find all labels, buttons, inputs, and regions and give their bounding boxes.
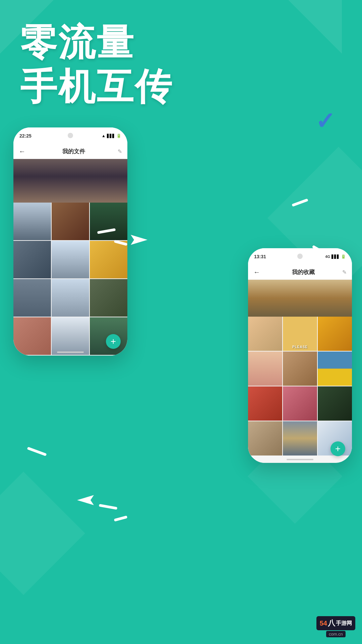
- photo-cell-2: [52, 203, 89, 240]
- arrow-left-icon: [67, 488, 97, 513]
- svg-marker-1: [77, 495, 94, 505]
- photo-right-5: [283, 352, 317, 386]
- photo-right-10: [248, 421, 282, 455]
- phone-left-screen: 22:25 ▲ ▋▋▋ 🔋 ← 我的文件 ✎: [13, 127, 127, 356]
- photo-cell-11: [52, 317, 89, 355]
- headline-line2: 手机互传: [20, 64, 173, 109]
- 4g-icon: 4G: [325, 255, 330, 259]
- photo-cell-3: [90, 203, 127, 240]
- dash-left-1: [99, 504, 118, 509]
- signal-icon-right: ▋▋▋: [331, 255, 340, 259]
- arrow-right-icon: [127, 228, 158, 253]
- phone-right-home-indicator: [287, 459, 313, 460]
- phone-right: 13:31 4G ▋▋▋ 🔋 ← 我的收藏 ✎ PLEASE: [248, 248, 352, 463]
- phone-right-plus-button[interactable]: +: [330, 441, 345, 456]
- phone-left-hero-photo: [13, 159, 127, 203]
- watermark-game: 手游网: [336, 620, 352, 627]
- svg-marker-0: [131, 235, 147, 245]
- watermark-domain: com.cn: [326, 631, 346, 637]
- wifi-icon: ▲: [102, 133, 106, 138]
- phone-right-statusbar: 13:31 4G ▋▋▋ 🔋: [248, 248, 352, 265]
- phone-right-photo-grid: PLEASE: [248, 317, 352, 455]
- phone-left-header: ← 我的文件 ✎: [13, 144, 127, 159]
- watermark-letter: 八: [328, 618, 335, 628]
- photo-right-6: [318, 352, 352, 386]
- phone-left-photo-grid: [13, 203, 127, 355]
- edit-icon-right: ✎: [342, 269, 347, 275]
- headline-container: 零流量 手机互传: [20, 20, 173, 109]
- phone-right-camera: [297, 254, 303, 259]
- phone-left-icons: ▲ ▋▋▋ 🔋: [102, 133, 121, 138]
- watermark-logo: 54 八 手游网: [316, 616, 355, 630]
- blue-check-icon: ✓: [315, 107, 335, 135]
- signal-icon: ▋▋▋: [107, 134, 115, 138]
- phone-left: 22:25 ▲ ▋▋▋ 🔋 ← 我的文件 ✎: [13, 127, 127, 356]
- photo-right-9: [318, 386, 352, 421]
- photo-right-8: [283, 386, 317, 421]
- photo-right-4: [248, 352, 282, 386]
- photo-cell-4: [13, 241, 51, 278]
- deco-dash-bottom-left: [27, 447, 47, 456]
- watermark-number: 54: [320, 620, 327, 627]
- phone-left-title: 我的文件: [29, 148, 118, 155]
- phone-right-time: 13:31: [254, 254, 266, 259]
- please-label: PLEASE: [292, 345, 308, 349]
- photo-cell-6: [90, 241, 127, 278]
- battery-icon-right: 🔋: [341, 254, 346, 259]
- phone-left-plus-button[interactable]: +: [106, 334, 121, 349]
- bg-triangle-top-right: [282, 0, 342, 54]
- photo-right-1: [248, 317, 282, 351]
- phone-left-time: 22:25: [19, 133, 32, 139]
- photo-right-please: PLEASE: [283, 317, 317, 351]
- deco-dash-top-right-1: [292, 199, 308, 207]
- edit-icon: ✎: [118, 148, 122, 155]
- photo-cell-8: [52, 279, 89, 317]
- phone-right-icons: 4G ▋▋▋ 🔋: [325, 254, 346, 259]
- photo-cell-1: [13, 203, 51, 240]
- photo-right-3: [318, 317, 352, 351]
- phone-right-header: ← 我的收藏 ✎: [248, 265, 352, 280]
- photo-cell-5: [52, 241, 89, 278]
- phone-left-camera: [68, 133, 73, 138]
- back-icon-right: ←: [253, 268, 260, 276]
- headline-line1: 零流量: [20, 20, 173, 64]
- phone-left-home-indicator: [57, 352, 84, 353]
- photo-cell-7: [13, 279, 51, 317]
- photo-right-7: [248, 386, 282, 421]
- phone-right-screen: 13:31 4G ▋▋▋ 🔋 ← 我的收藏 ✎ PLEASE: [248, 248, 352, 463]
- photo-cell-10: [13, 317, 51, 355]
- phone-left-statusbar: 22:25 ▲ ▋▋▋ 🔋: [13, 127, 127, 144]
- battery-icon: 🔋: [116, 133, 121, 138]
- photo-cell-9: [90, 279, 127, 317]
- back-icon: ←: [19, 148, 25, 155]
- watermark: 54 八 手游网 com.cn: [316, 616, 355, 637]
- photo-right-11: [283, 421, 317, 455]
- phone-right-hero-photo: [248, 280, 352, 317]
- dash-left-2: [114, 516, 128, 522]
- phone-right-title: 我的收藏: [264, 268, 342, 276]
